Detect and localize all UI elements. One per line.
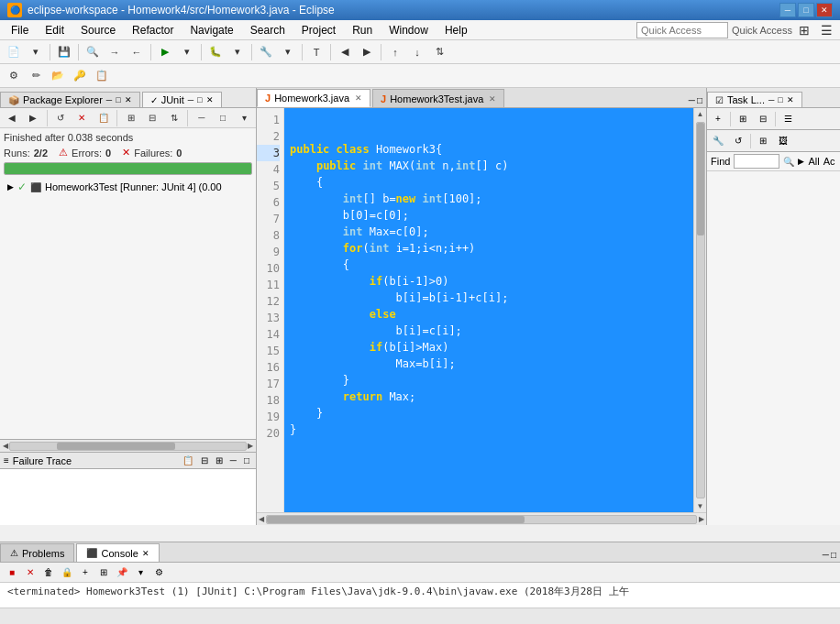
prev-btn[interactable]: ← (127, 42, 147, 62)
trace-filter-btn[interactable]: ⊟ (198, 454, 211, 466)
tab-homework3[interactable]: J Homework3.java ✕ (257, 89, 370, 107)
find-search-btn[interactable]: 🔍 (783, 157, 794, 167)
fwd-btn[interactable]: ▶ (357, 42, 377, 62)
nav2-btn[interactable]: ↓ (407, 42, 427, 62)
con-pin-btn[interactable]: 📌 (114, 564, 130, 581)
nav1-btn[interactable]: ↑ (385, 42, 405, 62)
con-new-console-btn[interactable]: + (77, 564, 94, 581)
t2-btn5[interactable]: 📋 (92, 66, 112, 86)
junit-min2-btn[interactable]: ─ (192, 108, 211, 128)
junit-view-btn[interactable]: ▾ (235, 108, 254, 128)
rp-table-btn[interactable]: ⊞ (734, 110, 752, 128)
editor-h-scroll-left[interactable]: ◀ (257, 515, 266, 523)
junit-fail-btn[interactable]: ✕ (72, 108, 92, 128)
trace-max-btn[interactable]: □ (241, 454, 252, 466)
junit-max2-btn[interactable]: □ (213, 108, 232, 128)
external-tools-btn[interactable]: 🔧 (256, 42, 276, 62)
rp-filter-btn[interactable]: ⊟ (754, 110, 772, 128)
run-btn[interactable]: ▶ (155, 42, 175, 62)
con-clear-btn[interactable]: 🗑 (40, 564, 57, 581)
h-scroll-thumb[interactable] (57, 443, 175, 450)
junit-rerun-btn[interactable]: ↺ (51, 108, 71, 128)
console-max-btn[interactable]: □ (831, 550, 836, 560)
rp-add-btn[interactable]: + (709, 110, 727, 128)
find-triangle-btn[interactable]: ▶ (798, 157, 804, 166)
menu-navigate[interactable]: Navigate (182, 22, 240, 38)
menu-search[interactable]: Search (243, 22, 293, 38)
menu-refactor[interactable]: Refactor (125, 22, 181, 38)
quick-access-input[interactable] (636, 22, 728, 38)
v-scroll-up[interactable]: ▲ (695, 108, 706, 120)
t2-btn1[interactable]: ⚙ (4, 66, 24, 86)
con-settings-btn[interactable]: ⚙ (150, 564, 167, 581)
task-list-close[interactable]: ✕ (787, 95, 794, 104)
con-stop-btn[interactable]: ■ (4, 564, 20, 581)
v-scroll-track[interactable] (696, 122, 705, 498)
tab-console[interactable]: ⬛ Console ✕ (76, 543, 159, 562)
menu-file[interactable]: File (4, 22, 36, 38)
console-close[interactable]: ✕ (142, 549, 149, 558)
junit-min-btn[interactable]: ─ (188, 95, 193, 104)
task-list-min[interactable]: ─ (768, 95, 774, 104)
scroll-right-arrow[interactable]: ▶ (247, 442, 254, 450)
editor-h-scroll-thumb[interactable] (267, 516, 525, 523)
back-btn[interactable]: ◀ (335, 42, 355, 62)
junit-sort-btn[interactable]: ⇅ (164, 108, 183, 128)
trace-copy-btn[interactable]: 📋 (180, 454, 196, 466)
package-max-btn[interactable]: □ (116, 95, 120, 104)
con-terminate-btn[interactable]: ✕ (22, 564, 39, 581)
v-scroll-down[interactable]: ▼ (695, 500, 706, 512)
rp-t2-btn2[interactable]: ↺ (729, 132, 747, 150)
toolbar-perspectives-btn[interactable]: ⊞ (794, 20, 814, 40)
editor-h-scroll-right[interactable]: ▶ (697, 515, 706, 523)
menu-window[interactable]: Window (381, 22, 436, 38)
maximize-button[interactable]: □ (798, 3, 814, 17)
junit-layout-btn[interactable]: ⊞ (121, 108, 140, 128)
new-btn[interactable]: 📄 (4, 42, 24, 62)
scroll-left-arrow[interactable]: ◀ (2, 442, 9, 450)
rp-view-btn[interactable]: ☰ (779, 110, 797, 128)
new-dropdown-btn[interactable]: ▾ (26, 42, 46, 62)
menu-help[interactable]: Help (437, 22, 475, 38)
h-scroll-track[interactable] (9, 442, 247, 451)
next-btn[interactable]: → (105, 42, 125, 62)
editor-min-btn[interactable]: ─ (689, 95, 695, 105)
trace-min-btn[interactable]: ─ (227, 454, 239, 466)
menu-source[interactable]: Source (73, 22, 123, 38)
editor-h-scroll-track[interactable] (266, 515, 697, 524)
tab-homework3-close[interactable]: ✕ (355, 93, 362, 103)
search-btn[interactable]: 🔍 (83, 42, 103, 62)
console-min-btn[interactable]: ─ (823, 550, 829, 560)
package-min-btn[interactable]: ─ (106, 95, 112, 104)
junit-back-btn[interactable]: ◀ (2, 108, 21, 128)
open-type-btn[interactable]: T (306, 42, 326, 62)
t2-btn2[interactable]: ✏ (26, 66, 46, 86)
rp-t2-btn4[interactable]: 🖼 (774, 132, 792, 150)
debug-btn[interactable]: 🐛 (205, 42, 226, 62)
junit-history-btn[interactable]: 📋 (94, 108, 113, 128)
con-display-btn[interactable]: ⊞ (95, 564, 112, 581)
tab-package-explorer[interactable]: 📦 Package Explorer ─ □ ✕ (0, 92, 140, 107)
editor-max-btn[interactable]: □ (697, 95, 702, 105)
close-button[interactable]: ✕ (816, 3, 833, 17)
rp-t2-btn1[interactable]: 🔧 (709, 132, 727, 150)
junit-fwd-btn[interactable]: ▶ (23, 108, 42, 128)
tab-task-list[interactable]: ☑ Task L... ─ □ ✕ (707, 92, 802, 107)
con-scroll-lock-btn[interactable]: 🔒 (59, 564, 75, 581)
nav3-btn[interactable]: ⇅ (429, 42, 449, 62)
debug-dropdown-btn[interactable]: ▾ (227, 42, 248, 62)
menu-run[interactable]: Run (345, 22, 380, 38)
task-list-max[interactable]: □ (778, 95, 782, 104)
con-dropdown-btn[interactable]: ▾ (132, 564, 149, 581)
code-content[interactable]: public class Homework3{ public int MAX(i… (284, 108, 693, 512)
save-btn[interactable]: 💾 (54, 42, 74, 62)
v-scroll-thumb[interactable] (697, 123, 704, 235)
package-close-btn[interactable]: ✕ (125, 95, 132, 104)
junit-close-btn[interactable]: ✕ (206, 95, 214, 104)
menu-edit[interactable]: Edit (38, 22, 72, 38)
trace-layout-btn[interactable]: ⊞ (213, 454, 226, 466)
rp-t2-btn3[interactable]: ⊞ (754, 132, 772, 150)
tab-homework3test-close[interactable]: ✕ (489, 94, 496, 104)
tab-homework3test[interactable]: J Homework3Test.java ✕ (372, 89, 504, 107)
junit-max-btn[interactable]: □ (197, 95, 202, 104)
